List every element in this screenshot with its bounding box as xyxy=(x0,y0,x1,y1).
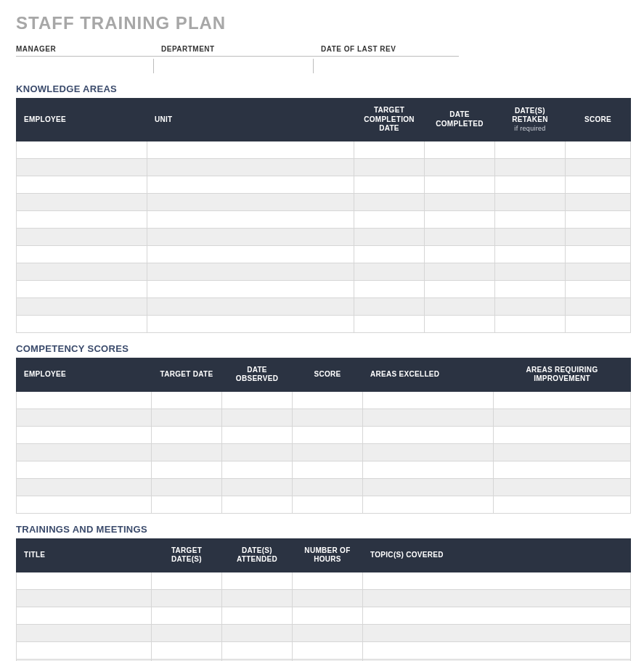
cell-score[interactable] xyxy=(293,408,363,426)
cell-date_completed[interactable] xyxy=(425,193,495,210)
cell-score[interactable] xyxy=(293,391,363,408)
cell-date_completed[interactable] xyxy=(425,297,495,315)
cell-employee[interactable] xyxy=(17,263,147,280)
cell-number_of_hours[interactable] xyxy=(293,641,363,659)
cell-score[interactable] xyxy=(566,193,631,210)
cell-dates_retaken[interactable] xyxy=(495,228,566,245)
cell-unit[interactable] xyxy=(147,141,354,158)
cell-title[interactable] xyxy=(17,607,152,624)
cell-employee[interactable] xyxy=(17,210,147,228)
cell-title[interactable] xyxy=(17,572,152,589)
cell-areas_improvement[interactable] xyxy=(494,496,631,513)
cell-date_observed[interactable] xyxy=(222,391,293,408)
cell-target_date[interactable] xyxy=(152,408,222,426)
cell-score[interactable] xyxy=(566,297,631,315)
cell-employee[interactable] xyxy=(17,315,147,332)
cell-target_date[interactable] xyxy=(152,461,222,478)
cell-unit[interactable] xyxy=(147,263,354,280)
cell-score[interactable] xyxy=(566,228,631,245)
cell-target_dates[interactable] xyxy=(152,572,222,589)
cell-unit[interactable] xyxy=(147,176,354,193)
cell-areas_improvement[interactable] xyxy=(494,391,631,408)
cell-areas_improvement[interactable] xyxy=(494,478,631,496)
cell-unit[interactable] xyxy=(147,210,354,228)
cell-unit[interactable] xyxy=(147,228,354,245)
cell-areas_excelled[interactable] xyxy=(363,443,494,461)
cell-number_of_hours[interactable] xyxy=(293,624,363,641)
cell-dates_retaken[interactable] xyxy=(495,210,566,228)
cell-unit[interactable] xyxy=(147,315,354,332)
cell-employee[interactable] xyxy=(17,478,152,496)
cell-date_completed[interactable] xyxy=(425,280,495,297)
cell-target_date[interactable] xyxy=(152,443,222,461)
cell-target_date[interactable] xyxy=(152,426,222,443)
cell-number_of_hours[interactable] xyxy=(293,572,363,589)
cell-date_completed[interactable] xyxy=(425,315,495,332)
cell-topics_covered[interactable] xyxy=(363,624,631,641)
cell-unit[interactable] xyxy=(147,193,354,210)
cell-score[interactable] xyxy=(566,315,631,332)
cell-topics_covered[interactable] xyxy=(363,572,631,589)
cell-score[interactable] xyxy=(293,426,363,443)
cell-dates_retaken[interactable] xyxy=(495,315,566,332)
cell-date_completed[interactable] xyxy=(425,228,495,245)
cell-date_observed[interactable] xyxy=(222,426,293,443)
cell-employee[interactable] xyxy=(17,297,147,315)
cell-target_completion[interactable] xyxy=(354,141,425,158)
cell-areas_excelled[interactable] xyxy=(363,461,494,478)
cell-score[interactable] xyxy=(566,280,631,297)
cell-target_completion[interactable] xyxy=(354,210,425,228)
cell-target_date[interactable] xyxy=(152,496,222,513)
cell-target_completion[interactable] xyxy=(354,193,425,210)
cell-employee[interactable] xyxy=(17,496,152,513)
cell-dates_retaken[interactable] xyxy=(495,263,566,280)
cell-date_completed[interactable] xyxy=(425,245,495,263)
cell-target_completion[interactable] xyxy=(354,297,425,315)
cell-date_completed[interactable] xyxy=(425,210,495,228)
cell-employee[interactable] xyxy=(17,280,147,297)
cell-employee[interactable] xyxy=(17,158,147,176)
cell-target_completion[interactable] xyxy=(354,158,425,176)
cell-number_of_hours[interactable] xyxy=(293,607,363,624)
cell-employee[interactable] xyxy=(17,228,147,245)
cell-employee[interactable] xyxy=(17,141,147,158)
cell-title[interactable] xyxy=(17,589,152,607)
cell-target_completion[interactable] xyxy=(354,280,425,297)
cell-target_dates[interactable] xyxy=(152,607,222,624)
cell-employee[interactable] xyxy=(17,176,147,193)
cell-employee[interactable] xyxy=(17,443,152,461)
cell-employee[interactable] xyxy=(17,461,152,478)
cell-date_observed[interactable] xyxy=(222,408,293,426)
cell-number_of_hours[interactable] xyxy=(293,589,363,607)
cell-target_completion[interactable] xyxy=(354,228,425,245)
cell-unit[interactable] xyxy=(147,158,354,176)
cell-date_completed[interactable] xyxy=(425,176,495,193)
cell-title[interactable] xyxy=(17,641,152,659)
cell-dates_attended[interactable] xyxy=(222,572,293,589)
cell-target_dates[interactable] xyxy=(152,589,222,607)
cell-dates_retaken[interactable] xyxy=(495,176,566,193)
cell-score[interactable] xyxy=(566,210,631,228)
cell-date_observed[interactable] xyxy=(222,443,293,461)
cell-dates_retaken[interactable] xyxy=(495,280,566,297)
cell-employee[interactable] xyxy=(17,193,147,210)
cell-target_completion[interactable] xyxy=(354,315,425,332)
cell-target_dates[interactable] xyxy=(152,624,222,641)
cell-score[interactable] xyxy=(566,263,631,280)
cell-areas_improvement[interactable] xyxy=(494,408,631,426)
cell-score[interactable] xyxy=(293,461,363,478)
cell-score[interactable] xyxy=(566,141,631,158)
cell-dates_retaken[interactable] xyxy=(495,193,566,210)
cell-topics_covered[interactable] xyxy=(363,607,631,624)
cell-dates_attended[interactable] xyxy=(222,607,293,624)
cell-score[interactable] xyxy=(293,478,363,496)
cell-dates_attended[interactable] xyxy=(222,589,293,607)
cell-dates_retaken[interactable] xyxy=(495,245,566,263)
cell-employee[interactable] xyxy=(17,408,152,426)
cell-target_dates[interactable] xyxy=(152,641,222,659)
cell-areas_excelled[interactable] xyxy=(363,426,494,443)
cell-areas_excelled[interactable] xyxy=(363,496,494,513)
cell-target_date[interactable] xyxy=(152,478,222,496)
cell-score[interactable] xyxy=(566,176,631,193)
cell-date_observed[interactable] xyxy=(222,496,293,513)
